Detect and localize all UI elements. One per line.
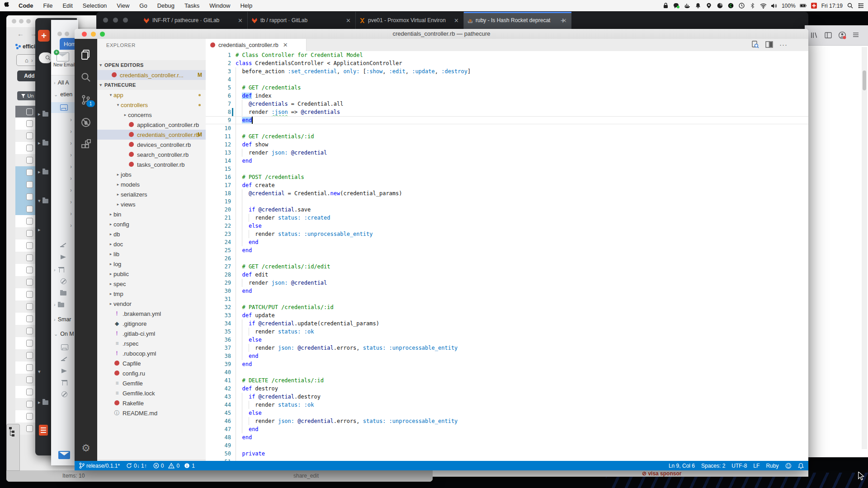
code-line-11[interactable]: 11 # GET /credentials/:id bbox=[206, 132, 808, 141]
tree-folder-tmp[interactable]: ▸tmp bbox=[97, 289, 206, 299]
org-chart-widget[interactable] bbox=[6, 424, 20, 471]
code-line-31[interactable]: 31 bbox=[206, 295, 808, 303]
tree-folder-bin[interactable]: ▸bin bbox=[97, 209, 206, 219]
code-line-48[interactable]: 48 end bbox=[206, 433, 808, 441]
tree-file-rakefile[interactable]: Rakefile bbox=[97, 398, 206, 408]
editor-tab-credentials-controller[interactable]: credentials_controller.rb ✕ bbox=[206, 39, 307, 51]
code-line-9[interactable]: 9 end bbox=[206, 116, 808, 124]
close-tab-icon[interactable]: ✕ bbox=[237, 17, 244, 24]
profile-icon[interactable] bbox=[838, 31, 846, 39]
notifications-bell-icon[interactable] bbox=[798, 463, 804, 469]
source-control-icon[interactable]: 1 bbox=[75, 89, 97, 110]
explorer-icon[interactable] bbox=[75, 44, 97, 65]
row-checkbox[interactable] bbox=[26, 218, 33, 225]
folder-expand-icon[interactable]: › bbox=[70, 128, 72, 135]
code-line-6[interactable]: 6 def index bbox=[206, 92, 808, 100]
code-line-37[interactable]: 37 render json: @credential.errors, stat… bbox=[206, 344, 808, 352]
search-pill[interactable] bbox=[39, 52, 52, 63]
browser-tab-1[interactable]: INF-RT / pathecure · GitLab✕ bbox=[140, 12, 248, 29]
window-minimize-icon[interactable] bbox=[113, 18, 118, 23]
row-checkbox[interactable] bbox=[26, 145, 33, 151]
tree-folder-log[interactable]: ▸log bbox=[97, 259, 206, 269]
row-checkbox[interactable] bbox=[26, 242, 33, 249]
menu-tasks[interactable]: Tasks bbox=[179, 2, 204, 9]
row-checkbox[interactable] bbox=[26, 328, 33, 334]
cursor-position[interactable]: Ln 9, Col 6 bbox=[669, 463, 695, 469]
select-all-checkbox[interactable] bbox=[26, 108, 33, 115]
spotlight-search-icon[interactable] bbox=[847, 2, 854, 9]
code-line-43[interactable]: 43 if @credential.destroy bbox=[206, 393, 808, 401]
notification-center-icon[interactable] bbox=[858, 2, 864, 9]
row-checkbox[interactable] bbox=[26, 206, 33, 212]
tree-folder-vendor[interactable]: ▸vendor bbox=[97, 299, 206, 309]
tree-file--rubocop-yml[interactable]: !.rubocop.yml bbox=[97, 348, 206, 358]
tree-file-credentials-controller-rb[interactable]: credentials_controller.rbM bbox=[97, 130, 206, 140]
folder-expand-icon[interactable]: › bbox=[70, 140, 72, 146]
tree-folder-lib[interactable]: ▸lib bbox=[97, 249, 206, 259]
row-checkbox[interactable] bbox=[26, 425, 33, 432]
new-email-icon[interactable]: + bbox=[57, 52, 69, 61]
tree-file--rspec[interactable]: ≡.rspec bbox=[97, 338, 206, 348]
row-checkbox[interactable] bbox=[26, 389, 33, 395]
code-line-10[interactable]: 10 bbox=[206, 124, 808, 132]
wifi-icon[interactable] bbox=[760, 2, 767, 9]
more-actions-icon[interactable]: ··· bbox=[779, 41, 788, 50]
split-editor-icon[interactable] bbox=[765, 41, 773, 50]
code-line-27[interactable]: 27 # GET /credentials/:id/edit bbox=[206, 263, 808, 271]
new-item-tile[interactable]: + bbox=[38, 30, 50, 42]
row-checkbox[interactable] bbox=[26, 364, 33, 371]
code-line-41[interactable]: 41 # DELETE /credentials/:id bbox=[206, 376, 808, 385]
code-line-21[interactable]: 21 render status: :created bbox=[206, 214, 808, 222]
code-line-25[interactable]: 25 end bbox=[206, 246, 808, 254]
search-icon[interactable] bbox=[75, 67, 97, 88]
tree-folder-db[interactable]: ▸db bbox=[97, 229, 206, 239]
row-checkbox[interactable] bbox=[26, 291, 33, 298]
tree-folder-app[interactable]: ▾app bbox=[97, 90, 206, 100]
browser-tab-2[interactable]: tb / rapport · GitLab✕ bbox=[248, 12, 356, 29]
sync-indicator[interactable]: 0↓ 1↑ bbox=[126, 463, 147, 469]
library-icon[interactable] bbox=[810, 31, 818, 39]
row-checkbox[interactable] bbox=[26, 376, 33, 383]
tree-file--brakeman-yml[interactable]: !.brakeman.yml bbox=[97, 309, 206, 319]
code-line-42[interactable]: 42 def destroy bbox=[206, 385, 808, 393]
window-minimize-icon[interactable] bbox=[65, 32, 69, 36]
debug-icon[interactable] bbox=[75, 112, 97, 133]
tree-folder-concerns[interactable]: ▸concerns bbox=[97, 110, 206, 120]
tree-folder-spec[interactable]: ▸spec bbox=[97, 279, 206, 289]
row-checkbox[interactable] bbox=[26, 279, 33, 286]
code-line-35[interactable]: 35 render status: :ok bbox=[206, 328, 808, 336]
folder-expand-icon[interactable]: › bbox=[70, 175, 72, 182]
browser-tab-3[interactable]: pve01 - Proxmox Virtual Environ✕ bbox=[356, 12, 464, 29]
menu-edit[interactable]: Edit bbox=[57, 2, 77, 9]
git-branch-indicator[interactable]: release/0.1.1* bbox=[79, 463, 120, 469]
menu-icon[interactable] bbox=[852, 31, 860, 39]
folder-expand-icon[interactable]: › bbox=[70, 164, 72, 170]
sidebar-toggle-icon[interactable] bbox=[824, 31, 832, 39]
tree-file-gemfile-lock[interactable]: ≡Gemfile.lock bbox=[97, 388, 206, 398]
code-line-20[interactable]: 20 if @credential.save bbox=[206, 206, 808, 214]
folder-expand-icon[interactable]: › bbox=[70, 117, 72, 123]
open-editor-item[interactable]: credentials_controller.r... M bbox=[97, 70, 206, 80]
window-minimize-icon[interactable] bbox=[19, 19, 24, 23]
menu-window[interactable]: Window bbox=[204, 2, 235, 9]
settings-gear-icon[interactable]: ⚙ bbox=[75, 437, 97, 458]
row-checkbox[interactable] bbox=[26, 181, 33, 188]
window-close-icon[interactable] bbox=[12, 19, 16, 23]
project-section-header[interactable]: ▾PATHECURE bbox=[97, 80, 206, 90]
language-mode[interactable]: Ruby bbox=[766, 463, 778, 469]
folder-expand-icon[interactable]: › bbox=[70, 222, 72, 229]
docker-icon[interactable] bbox=[684, 2, 691, 9]
code-line-45[interactable]: 45 else bbox=[206, 409, 808, 417]
row-checkbox[interactable] bbox=[26, 230, 33, 237]
code-line-13[interactable]: 13 render json: @credential bbox=[206, 149, 808, 157]
problems-indicator[interactable]: 0 0 1 bbox=[153, 463, 195, 469]
folder-expand-icon[interactable]: › bbox=[70, 187, 72, 193]
row-checkbox[interactable] bbox=[26, 267, 33, 273]
folder-row[interactable]: ▾ bbox=[38, 198, 48, 204]
tree-file-capfile[interactable]: Capfile bbox=[97, 358, 206, 368]
menu-file[interactable]: File bbox=[38, 2, 58, 9]
tree-file-gemfile[interactable]: ≡Gemfile bbox=[97, 378, 206, 388]
feedback-smiley-icon[interactable]: ☺ bbox=[785, 462, 792, 469]
code-line-49[interactable]: 49 bbox=[206, 441, 808, 450]
bluetooth-icon[interactable] bbox=[749, 2, 756, 9]
